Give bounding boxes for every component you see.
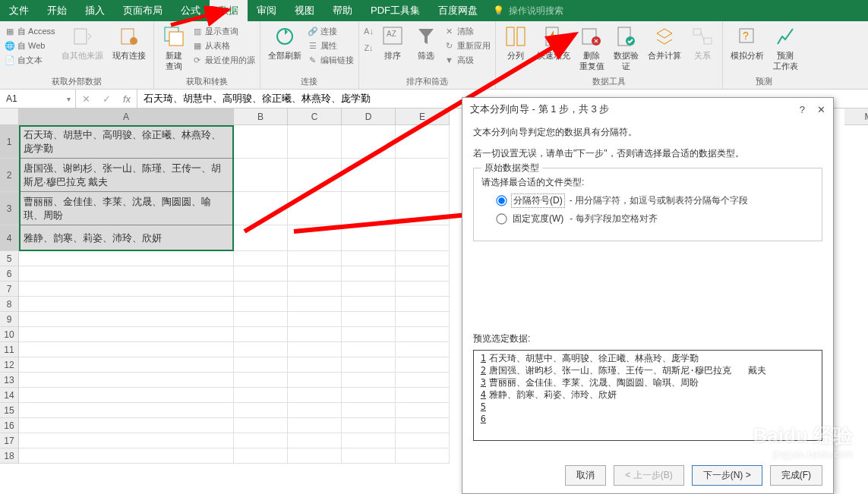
rowhead-7[interactable]: 7 bbox=[0, 282, 19, 297]
rowhead-16[interactable]: 16 bbox=[0, 418, 19, 433]
rowhead-13[interactable]: 13 bbox=[0, 373, 19, 388]
rowhead-11[interactable]: 11 bbox=[0, 342, 19, 357]
menu-pagelayout[interactable]: 页面布局 bbox=[114, 0, 172, 21]
cell-empty[interactable] bbox=[19, 448, 234, 464]
menu-pdf[interactable]: PDF工具集 bbox=[361, 0, 429, 21]
rowhead-8[interactable]: 8 bbox=[0, 297, 19, 312]
cell-empty[interactable] bbox=[396, 373, 450, 388]
cell-empty[interactable] bbox=[396, 433, 450, 448]
cell-empty[interactable] bbox=[19, 418, 234, 433]
btn-new-query[interactable]: 新建 查询 bbox=[159, 23, 189, 73]
cell-empty[interactable] bbox=[396, 327, 450, 342]
cell-empty[interactable] bbox=[396, 266, 450, 282]
select-all-corner[interactable] bbox=[0, 109, 19, 125]
preview-box[interactable]: 1石天琦、胡慧中、高明骏、徐正曦、林燕玲、庞学勤2唐国强、谢昀杉、张一山、陈瑾、… bbox=[473, 350, 822, 441]
cell-empty[interactable] bbox=[342, 433, 396, 448]
cell-a3[interactable]: 曹丽丽、金佳佳、李莱、沈晟、陶圆圆、喻琪、周盼 bbox=[19, 192, 234, 225]
cell-empty[interactable] bbox=[396, 448, 450, 464]
cell-empty[interactable] bbox=[234, 403, 288, 418]
cell-empty[interactable] bbox=[19, 251, 234, 266]
colhead-a[interactable]: A bbox=[19, 109, 234, 125]
rowhead-15[interactable]: 15 bbox=[0, 403, 19, 418]
btn-whatif[interactable]: ? 模拟分析 bbox=[728, 23, 767, 62]
cell-empty[interactable] bbox=[396, 418, 450, 433]
menu-review[interactable]: 审阅 bbox=[248, 0, 286, 21]
dialog-close-icon[interactable]: ✕ bbox=[817, 104, 825, 115]
cell-empty[interactable] bbox=[19, 282, 234, 297]
cell-empty[interactable] bbox=[342, 357, 396, 373]
cell-empty[interactable] bbox=[234, 373, 288, 388]
cell-empty[interactable] bbox=[19, 266, 234, 282]
dialog-next-button[interactable]: 下一步(N) > bbox=[692, 465, 762, 486]
radio-fixed-width[interactable] bbox=[496, 213, 507, 224]
btn-other-sources[interactable]: 自其他来源 bbox=[58, 23, 106, 62]
cell-empty[interactable] bbox=[396, 357, 450, 373]
rowhead-2[interactable]: 2 bbox=[0, 159, 19, 192]
cell-empty[interactable] bbox=[288, 418, 342, 433]
cell-empty[interactable] bbox=[288, 342, 342, 357]
rowhead-3[interactable]: 3 bbox=[0, 192, 19, 225]
cell-empty[interactable] bbox=[288, 266, 342, 282]
name-box[interactable]: A1 bbox=[0, 90, 76, 108]
cell-empty[interactable] bbox=[396, 312, 450, 327]
cell-empty[interactable] bbox=[342, 327, 396, 342]
radio-delimited-label[interactable]: 分隔符号(D) bbox=[511, 194, 565, 208]
menu-baidupan[interactable]: 百度网盘 bbox=[429, 0, 487, 21]
rowhead-9[interactable]: 9 bbox=[0, 312, 19, 327]
cell-empty[interactable] bbox=[396, 282, 450, 297]
cell-empty[interactable] bbox=[19, 388, 234, 403]
cell-empty[interactable] bbox=[288, 448, 342, 464]
dialog-finish-button[interactable]: 完成(F) bbox=[770, 465, 822, 486]
cell-empty[interactable] bbox=[234, 357, 288, 373]
cell-empty[interactable] bbox=[288, 312, 342, 327]
cell-empty[interactable] bbox=[288, 433, 342, 448]
cell-empty[interactable] bbox=[234, 342, 288, 357]
rowhead-18[interactable]: 18 bbox=[0, 448, 19, 464]
cell-empty[interactable] bbox=[234, 433, 288, 448]
cell-empty[interactable] bbox=[19, 312, 234, 327]
cell-empty[interactable] bbox=[234, 327, 288, 342]
cell-empty[interactable] bbox=[288, 327, 342, 342]
btn-forecast-sheet[interactable]: 预测 工作表 bbox=[770, 23, 801, 73]
cell-empty[interactable] bbox=[288, 403, 342, 418]
cell-empty[interactable] bbox=[234, 251, 288, 266]
rowhead-12[interactable]: 12 bbox=[0, 357, 19, 373]
radio-delimited[interactable] bbox=[496, 195, 507, 206]
cell-empty[interactable] bbox=[342, 312, 396, 327]
cell-empty[interactable] bbox=[342, 342, 396, 357]
cell-empty[interactable] bbox=[234, 312, 288, 327]
cell-empty[interactable] bbox=[396, 251, 450, 266]
btn-existing-conn[interactable]: 现有连接 bbox=[109, 23, 149, 62]
cell-empty[interactable] bbox=[288, 357, 342, 373]
btn-consolidate[interactable]: 合并计算 bbox=[645, 23, 684, 62]
fbar-cancel[interactable]: ✕ bbox=[76, 90, 96, 108]
rowhead-14[interactable]: 14 bbox=[0, 388, 19, 403]
cell-empty[interactable] bbox=[396, 297, 450, 312]
fbar-fx[interactable]: fx bbox=[117, 90, 137, 108]
btn-relationships[interactable]: 关系 bbox=[687, 23, 718, 62]
cell-empty[interactable] bbox=[19, 297, 234, 312]
dialog-cancel-button[interactable]: 取消 bbox=[565, 465, 606, 486]
cell-empty[interactable] bbox=[342, 448, 396, 464]
dialog-back-button[interactable]: < 上一步(B) bbox=[614, 465, 683, 486]
cell-empty[interactable] bbox=[234, 418, 288, 433]
radio-fixed-label[interactable]: 固定宽度(W) bbox=[511, 212, 565, 225]
rowhead-4[interactable]: 4 bbox=[0, 225, 19, 251]
rowhead-10[interactable]: 10 bbox=[0, 327, 19, 342]
menu-insert[interactable]: 插入 bbox=[76, 0, 114, 21]
cell-empty[interactable] bbox=[396, 388, 450, 403]
cell-empty[interactable] bbox=[288, 388, 342, 403]
cell-empty[interactable] bbox=[396, 342, 450, 357]
cell-empty[interactable] bbox=[234, 388, 288, 403]
rowhead-1[interactable]: 1 bbox=[0, 125, 19, 159]
cell-empty[interactable] bbox=[19, 357, 234, 373]
rowhead-5[interactable]: 5 bbox=[0, 251, 19, 266]
cell-empty[interactable] bbox=[288, 251, 342, 266]
cell-empty[interactable] bbox=[19, 433, 234, 448]
cell-empty[interactable] bbox=[342, 266, 396, 282]
cell-empty[interactable] bbox=[234, 282, 288, 297]
rowhead-17[interactable]: 17 bbox=[0, 433, 19, 448]
cell-empty[interactable] bbox=[234, 448, 288, 464]
cell-empty[interactable] bbox=[342, 418, 396, 433]
btn-from-text[interactable]: 📄自文本 bbox=[5, 53, 55, 67]
